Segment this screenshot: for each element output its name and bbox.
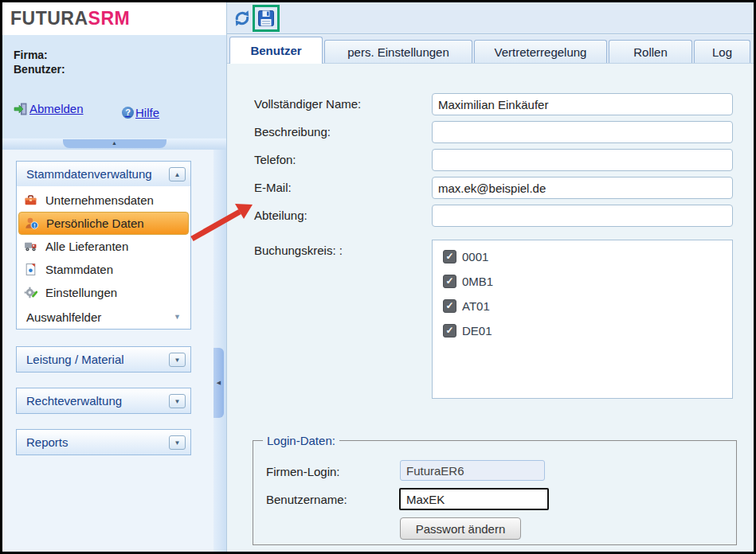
auswahlfelder-label: Auswahlfelder bbox=[26, 310, 101, 324]
logout-icon bbox=[14, 103, 28, 115]
tab-vertreterregelung[interactable]: Vertreterregelung bbox=[474, 40, 607, 63]
checkbox-checked-icon[interactable]: ✓ bbox=[443, 299, 456, 313]
checkbox-checked-icon[interactable]: ✓ bbox=[443, 324, 456, 337]
sidebar-item-einstellungen[interactable]: Einstellungen bbox=[18, 281, 189, 304]
panel-rechteverwaltung: Rechteverwaltung ▼ bbox=[16, 388, 191, 414]
help-icon: ? bbox=[122, 107, 134, 119]
form-row: Telefon: bbox=[227, 149, 754, 171]
sidebar-item-label: Einstellungen bbox=[45, 286, 117, 299]
benutzer-label: Benutzer: bbox=[14, 63, 65, 76]
tab-label: Vertreterregelung bbox=[495, 45, 587, 59]
form-row: Beschreibung: bbox=[227, 121, 754, 143]
panel-header-reports[interactable]: Reports ▼ bbox=[17, 430, 190, 455]
stammdaten-menu: Unternehmensdaten ! Persönliche Daten Al… bbox=[17, 186, 190, 329]
collapse-left-icon[interactable]: ◀ bbox=[213, 348, 224, 418]
email-input[interactable] bbox=[432, 177, 733, 199]
sidebar-item-persoenliche-daten[interactable]: ! Persönliche Daten bbox=[18, 212, 189, 235]
login-daten-legend: Login-Daten: bbox=[263, 434, 339, 447]
sidebar-item-stammdaten[interactable]: Stammdaten bbox=[18, 258, 189, 281]
firma-label: Firma: bbox=[14, 49, 48, 61]
field-label-email: E-Mail: bbox=[254, 181, 292, 194]
field-label-beschreibung: Beschreibung: bbox=[254, 125, 331, 138]
benutzername-input[interactable] bbox=[399, 488, 549, 510]
refresh-icon[interactable] bbox=[233, 10, 251, 27]
logout-link[interactable]: Abmelden bbox=[14, 102, 84, 115]
main-area: Benutzer pers. Einstellungen Vertreterre… bbox=[226, 2, 754, 552]
checkbox-checked-icon[interactable]: ✓ bbox=[443, 250, 456, 263]
buchungskreis-option-at01[interactable]: ✓ AT01 bbox=[443, 298, 490, 313]
annotation-highlight-box bbox=[253, 5, 280, 32]
field-label-telefon: Telefon: bbox=[254, 153, 296, 166]
panel-header-rechteverwaltung[interactable]: Rechteverwaltung ▼ bbox=[17, 388, 190, 413]
field-label-abteilung: Abteilung: bbox=[254, 209, 307, 222]
panel-title: Reports bbox=[26, 435, 69, 449]
tab-rollen[interactable]: Rollen bbox=[609, 40, 692, 63]
collapse-up-icon[interactable]: ▲ bbox=[63, 139, 166, 148]
buchungskreis-listbox: ✓ 0001 ✓ 0MB1 ✓ AT01 ✓ DE01 bbox=[432, 240, 733, 399]
vollstaendiger-name-input[interactable] bbox=[432, 93, 733, 115]
sidebar-item-label: Stammdaten bbox=[45, 263, 113, 276]
option-label: 0001 bbox=[462, 250, 488, 263]
abteilung-input[interactable] bbox=[432, 205, 733, 227]
vertical-splitter[interactable]: ◀ bbox=[213, 150, 226, 552]
tab-log[interactable]: Log bbox=[694, 40, 750, 63]
checkbox-checked-icon[interactable]: ✓ bbox=[443, 275, 456, 288]
svg-text:!: ! bbox=[33, 223, 35, 228]
form-row: E-Mail: bbox=[227, 177, 754, 199]
brand-srm: SRM bbox=[88, 8, 131, 29]
tab-pers-einstellungen[interactable]: pers. Einstellungen bbox=[324, 40, 472, 63]
login-daten-fieldset: Login-Daten: Firmen-Login: Benutzername:… bbox=[253, 434, 737, 545]
panel-reports: Reports ▼ bbox=[16, 429, 191, 455]
tab-label: Rollen bbox=[633, 45, 668, 59]
app-frame: FUTURASRM Firma: Benutzer: Abmelden ?Hil… bbox=[2, 2, 754, 552]
app-logo: FUTURASRM bbox=[2, 2, 226, 35]
person-icon: ! bbox=[25, 217, 38, 230]
logout-label: Abmelden bbox=[29, 102, 84, 115]
panel-title: Rechteverwaltung bbox=[26, 394, 122, 408]
company-icon bbox=[24, 193, 37, 207]
tab-label: pers. Einstellungen bbox=[347, 45, 449, 59]
settings-icon bbox=[24, 286, 37, 299]
firmen-login-input bbox=[400, 460, 545, 481]
sidebar: FUTURASRM Firma: Benutzer: Abmelden ?Hil… bbox=[2, 2, 226, 552]
app-window: FUTURASRM Firma: Benutzer: Abmelden ?Hil… bbox=[0, 0, 756, 554]
option-label: DE01 bbox=[462, 324, 492, 337]
tab-benutzer[interactable]: Benutzer bbox=[229, 37, 323, 64]
form-row: Abteilung: bbox=[227, 205, 754, 227]
option-label: 0MB1 bbox=[462, 275, 493, 288]
beschreibung-input[interactable] bbox=[432, 121, 733, 143]
tab-bar: Benutzer pers. Einstellungen Vertreterre… bbox=[227, 35, 754, 64]
panel-header-leistung-material[interactable]: Leistung / Material ▼ bbox=[17, 347, 190, 372]
chevron-down-icon[interactable]: ▼ bbox=[174, 313, 181, 321]
sidebar-item-unternehmensdaten[interactable]: Unternehmensdaten bbox=[18, 189, 189, 212]
collapse-up-icon[interactable]: ▲ bbox=[169, 167, 186, 181]
panel-title: Stammdatenverwaltung bbox=[26, 167, 152, 181]
user-panel: Firma: Benutzer: Abmelden ?Hilfe bbox=[2, 35, 226, 138]
sidebar-item-label: Persönliche Daten bbox=[46, 217, 144, 230]
help-link[interactable]: ?Hilfe bbox=[122, 106, 159, 119]
buchungskreis-option-de01[interactable]: ✓ DE01 bbox=[443, 323, 492, 337]
buchungskreis-option-0mb1[interactable]: ✓ 0MB1 bbox=[443, 274, 493, 288]
buchungskreis-option-0001[interactable]: ✓ 0001 bbox=[443, 249, 488, 263]
panel-header-stammdatenverwaltung[interactable]: Stammdatenverwaltung ▲ bbox=[17, 162, 190, 186]
auswahlfelder-row[interactable]: Auswahlfelder ▼ bbox=[18, 304, 189, 329]
tab-label: Benutzer bbox=[250, 44, 301, 57]
expand-down-icon[interactable]: ▼ bbox=[169, 435, 186, 450]
sidebar-item-label: Unternehmensdaten bbox=[45, 193, 154, 207]
save-icon[interactable] bbox=[257, 10, 275, 27]
sidebar-item-alle-lieferanten[interactable]: Alle Lieferanten bbox=[18, 235, 189, 258]
suppliers-icon bbox=[24, 240, 37, 253]
expand-down-icon[interactable]: ▼ bbox=[169, 353, 186, 367]
horizontal-splitter[interactable]: ▲ bbox=[2, 138, 226, 150]
expand-down-icon[interactable]: ▼ bbox=[169, 394, 186, 408]
accordion-nav: Stammdatenverwaltung ▲ Unternehmensdaten… bbox=[2, 150, 213, 552]
option-label: AT01 bbox=[462, 299, 490, 313]
panel-leistung-material: Leistung / Material ▼ bbox=[16, 346, 191, 373]
telefon-input[interactable] bbox=[432, 149, 733, 171]
benutzername-label: Benutzername: bbox=[266, 493, 347, 506]
firmen-login-label: Firmen-Login: bbox=[266, 465, 340, 478]
toolbar bbox=[227, 2, 754, 34]
field-label-vollstaendiger-name: Vollständiger Name: bbox=[254, 97, 361, 111]
panel-stammdatenverwaltung: Stammdatenverwaltung ▲ Unternehmensdaten… bbox=[16, 161, 191, 330]
passwort-aendern-button[interactable]: Passwort ändern bbox=[400, 517, 521, 540]
